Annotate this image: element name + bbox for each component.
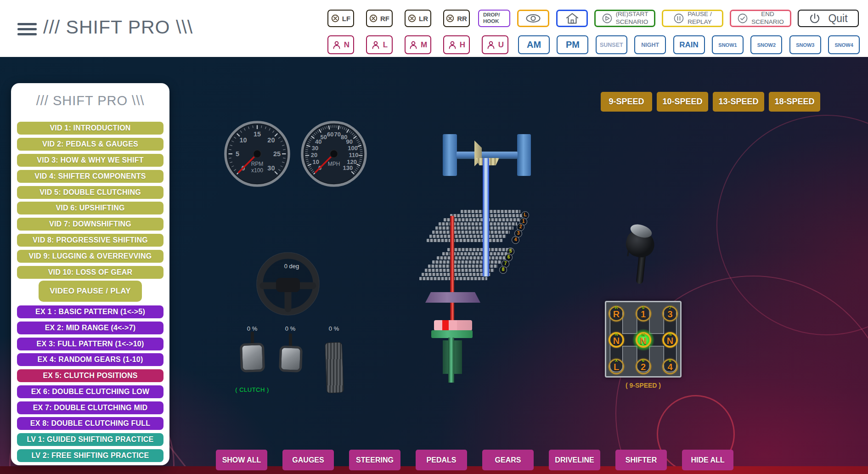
steering-wheel [256,252,320,316]
play-circle-icon [602,13,613,24]
gear-cluster-bar [461,210,520,213]
person-icon [332,40,341,50]
range-button-l[interactable]: L [366,35,393,54]
weather-button-snow4[interactable]: SNOW4 [828,35,860,54]
shift-position-2-7: 62 [636,359,651,374]
sidebar-item-ex-5[interactable]: EX 5: CLUTCH POSITIONS [17,369,163,382]
gear-cluster-bar [429,235,506,238]
sidebar-item-ex-7[interactable]: EX 7: DOUBLE CLUTCHING MID [17,401,163,414]
shift-position-label: L [610,361,623,372]
toggle-steering-button[interactable]: STEERING [349,450,400,470]
range-button-m[interactable]: M [405,35,431,54]
toggle-shifter-button[interactable]: SHIFTER [615,450,667,470]
svg-text:50: 50 [321,134,327,141]
tab-10-speed[interactable]: 10-SPEED [657,92,708,112]
sidebar-item-video-pause-play[interactable]: VIDEO PAUSE / PLAY [39,281,142,302]
weather-button-night[interactable]: NIGHT [634,35,666,54]
shift-position-split-label: X [610,358,623,363]
sidebar-item-vid-4[interactable]: VID 4: SHIFTER COMPONENTS [17,170,163,183]
sidebar-item-vid-7[interactable]: VID 7: DOWNSHIFTING [17,218,163,231]
sidebar-item-ex-1[interactable]: EX 1 : BASIC PATTERN (1<->5) [17,305,163,318]
svg-text:110: 110 [349,152,358,158]
gear-cluster-bar [432,231,510,234]
toggle-pedals-button[interactable]: PEDALS [416,450,467,470]
crankshaft-green [448,338,454,383]
range-button-label: M [421,40,427,50]
pause-replay-button[interactable]: PAUSE / REPLAY [662,10,723,27]
sidebar-item-ex-8[interactable]: EX 8: DOUBLE CLUTCHING FULL [17,417,163,430]
tab-18-speed[interactable]: 18-SPEED [769,92,820,112]
shift-position-r-0: RR [609,306,624,322]
sidebar-item-vid-1[interactable]: VID 1: INTRODUCTION [17,122,163,135]
person-icon [371,40,380,50]
sidebar-item-vid-2[interactable]: VID 2: PEDALS & GAUGES [17,138,163,151]
sidebar-item-lv-2[interactable]: LV 2: FREE SHIFTING PRACTICE [17,449,163,462]
countershaft-red [450,216,454,332]
sidebar-item-ex-3[interactable]: EX 3: FULL PATTERN (1<->10) [17,338,163,350]
sidebar-panel: /// SHIFT PRO \\\ VID 1: INTRODUCTIONVID… [11,83,169,465]
range-button-h[interactable]: H [443,35,470,54]
sidebar-item-lv-1[interactable]: LV 1: GUIDED SHIFTING PRACTICE [17,433,163,446]
shift-position-label: 4 [664,361,676,372]
range-button-n[interactable]: N [327,35,354,54]
toggle-gears-button[interactable]: GEARS [482,450,534,470]
home-button[interactable] [556,10,588,27]
toggle-gauges-button[interactable]: GAUGES [282,450,334,470]
gear-cluster-bar [437,256,506,260]
sidebar-item-vid-10[interactable]: VID 10: LOSS OF GEAR [17,266,163,279]
weather-button-snow1[interactable]: SNOW1 [712,35,744,54]
weather-button-rain[interactable]: RAIN [673,35,705,54]
sidebar-item-vid-9[interactable]: VID 9: LUGGING & OVERREVVING [17,250,163,263]
weather-button-snow2[interactable]: SNOW2 [750,35,782,54]
restart-scenario-button[interactable]: (RE)START SCENARIO [594,10,655,27]
clutch-pedal-stem [251,332,254,344]
sidebar-item-vid-6[interactable]: VID 6: UPSHIFTING [17,202,163,214]
sidebar-item-vid-8[interactable]: VID 8: PROGRESSIVE SHIFTING [17,234,163,247]
shift-position-split-label: 6 [637,358,650,363]
sidebar-item-vid-5[interactable]: VID 5: DOUBLE CLUTCHING [17,186,163,199]
shift-position-split-label: 7 [664,305,676,310]
flywheel-green [431,330,473,338]
drop-hook-button[interactable]: DROP/ HOOK [478,10,510,27]
wheel-reset-button-rf[interactable]: RF [366,10,393,27]
range-button-u[interactable]: U [482,35,508,54]
decor-ring [716,115,868,335]
gear-cluster-bar [432,260,502,264]
wheel-reset-button-lf[interactable]: LF [327,10,354,27]
weather-button-snow3[interactable]: SNOW3 [789,35,821,54]
sidebar-item-ex-6[interactable]: EX 6: DOUBLE CLUTCHING LOW [17,385,163,398]
svg-text:10: 10 [240,136,247,144]
svg-text:20: 20 [267,136,275,144]
tab-13-speed[interactable]: 13-SPEED [713,92,764,112]
toggle-hide-all-button[interactable]: HIDE ALL [682,450,733,470]
shift-position-split-label: 8 [664,358,676,363]
pressure-plate-pink [434,320,472,331]
weather-button-pm[interactable]: PM [557,35,588,54]
toggle-driveline-button[interactable]: DRIVELINE [549,450,600,470]
driveline-gear-label: 4 [512,236,519,244]
weather-button-sunset[interactable]: SUNSET [596,35,627,54]
hamburger-menu-icon[interactable] [17,23,37,38]
quit-button[interactable]: Quit [798,10,859,27]
weather-button-am[interactable]: AM [518,35,550,54]
sidebar-item-vid-3[interactable]: VID 3: HOW & WHY WE SHIFT [17,154,163,167]
shift-position-4-8: 84 [662,359,678,374]
visibility-toolbar: SHOW ALLGAUGESSTEERINGPEDALSGEARSDRIVELI… [216,450,733,470]
svg-text:25: 25 [273,150,281,158]
svg-text:20: 20 [311,152,317,158]
toggle-show-all-button[interactable]: SHOW ALL [216,450,267,470]
shift-position-split-label: N [610,332,622,337]
sidebar-item-ex-2[interactable]: EX 2: MID RANGE (4<->7) [17,322,163,334]
view-toggle-button[interactable] [517,10,549,27]
wheel-reset-button-lr[interactable]: LR [405,10,431,27]
gear-cluster-bar [435,226,513,230]
sidebar-item-ex-4[interactable]: EX 4: RANDOM GEARS (1-10) [17,353,163,366]
svg-text:30: 30 [312,145,318,152]
shift-position-n-3: NN [609,332,624,348]
end-scenario-button[interactable]: END SCENARIO [730,10,791,27]
tab-9-speed[interactable]: 9-SPEED [601,92,652,112]
wheel-reset-button-rr[interactable]: RR [443,10,470,27]
weather-button-label: SUNSET [600,42,623,48]
brake-percent: 0 % [276,325,304,332]
steering-angle-readout: 0 deg [274,263,309,270]
